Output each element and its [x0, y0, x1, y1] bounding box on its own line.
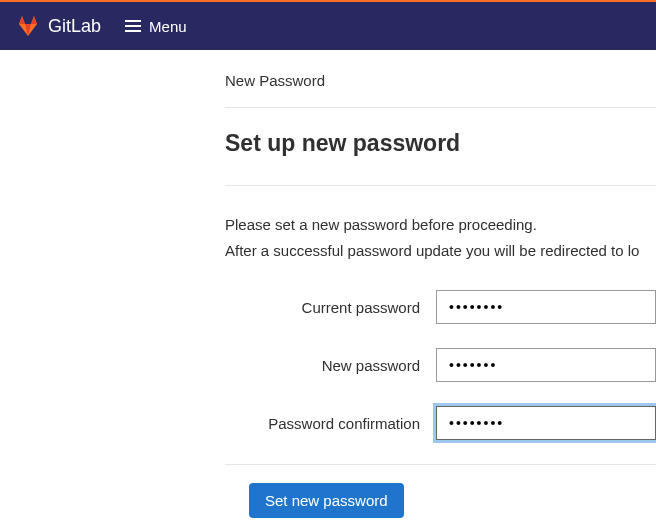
new-password-label: New password — [225, 357, 436, 374]
gitlab-icon — [16, 14, 40, 38]
page-title: Set up new password — [225, 130, 656, 157]
current-password-row: Current password — [225, 290, 656, 324]
navbar: GitLab Menu — [0, 2, 656, 50]
menu-button[interactable]: Menu — [125, 18, 187, 35]
breadcrumb: New Password — [225, 72, 656, 89]
instruction-text: Please set a new password before proceed… — [225, 214, 656, 237]
current-password-label: Current password — [225, 299, 436, 316]
logo[interactable]: GitLab — [16, 14, 101, 38]
divider — [225, 464, 656, 465]
divider — [225, 185, 656, 186]
new-password-input[interactable] — [436, 348, 656, 382]
divider — [225, 107, 656, 108]
instruction-text: After a successful password update you w… — [225, 240, 656, 263]
menu-label: Menu — [149, 18, 187, 35]
new-password-row: New password — [225, 348, 656, 382]
confirm-password-input[interactable] — [436, 406, 656, 440]
current-password-input[interactable] — [436, 290, 656, 324]
main-content: New Password Set up new password Please … — [0, 50, 656, 518]
confirm-password-row: Password confirmation — [225, 406, 656, 440]
logo-text: GitLab — [48, 16, 101, 37]
confirm-password-label: Password confirmation — [225, 415, 436, 432]
hamburger-icon — [125, 20, 141, 32]
set-new-password-button[interactable]: Set new password — [249, 483, 404, 518]
